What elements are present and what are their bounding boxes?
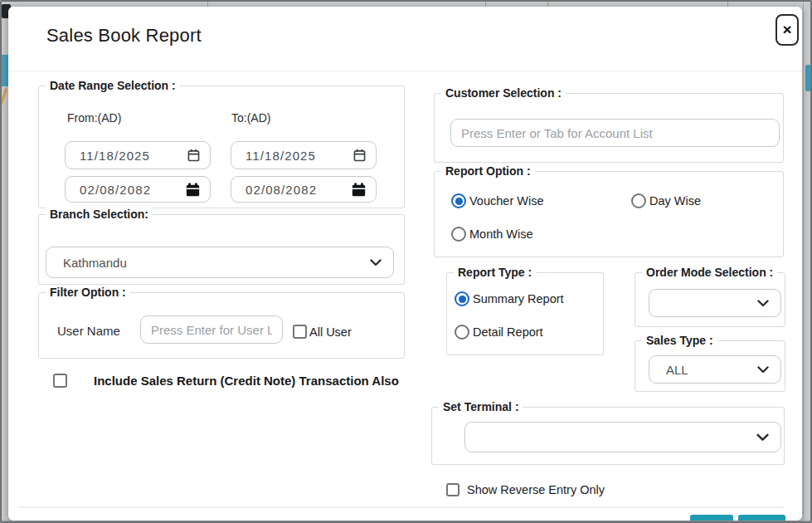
backdrop-table-line (547, 1, 548, 7)
chevron-down-icon (757, 366, 769, 374)
radio-detail-report-label: Detail Report (473, 325, 543, 339)
radio-icon (455, 291, 469, 306)
customer-selection-fieldset: Customer Selection : (434, 93, 784, 163)
radio-icon (631, 193, 646, 208)
screen: Sales Book Report × Date Range Selection… (0, 0, 812, 523)
from-date-bs-value: 02/08/2082 (80, 183, 151, 197)
chevron-down-icon (756, 433, 769, 442)
calendar-solid-icon[interactable] (352, 183, 366, 197)
radio-voucher-wise[interactable]: Voucher Wise (451, 193, 543, 208)
user-name-input[interactable] (140, 315, 283, 344)
to-date-ad-value: 11/18/2025 (246, 149, 316, 163)
footer-button-1[interactable] (690, 515, 733, 521)
include-sales-return-row[interactable]: Include Sales Return (Credit Note) Trans… (53, 374, 399, 388)
date-range-fieldset: Date Range Selection : From:(AD) To:(AD)… (38, 86, 405, 208)
calendar-solid-icon[interactable] (186, 183, 200, 197)
radio-summary-report-label: Summary Report (473, 292, 564, 305)
page-scrollbar-thumb[interactable] (805, 65, 811, 91)
chevron-down-icon (370, 259, 382, 266)
from-date-ad-input[interactable]: 11/18/2025 (65, 141, 211, 169)
modal-title: Sales Book Report (46, 25, 202, 46)
sales-book-report-modal: Sales Book Report × Date Range Selection… (8, 7, 802, 521)
radio-day-wise-label: Day Wise (649, 194, 701, 208)
filter-option-legend: Filter Option : (46, 286, 130, 300)
customer-selection-legend: Customer Selection : (441, 86, 566, 100)
calendar-outline-icon[interactable] (353, 149, 366, 162)
set-terminal-select[interactable] (464, 422, 781, 452)
radio-detail-report[interactable]: Detail Report (455, 325, 543, 340)
radio-icon (451, 193, 466, 208)
all-user-label: All User (309, 325, 352, 339)
backdrop-table-line (485, 1, 486, 7)
close-button[interactable]: × (776, 14, 799, 46)
customer-selection-input[interactable] (450, 119, 780, 147)
radio-icon (455, 325, 469, 340)
user-name-label: User Name (57, 324, 120, 338)
order-mode-fieldset: Order Mode Selection : (635, 272, 785, 327)
footer-button-2[interactable] (738, 515, 785, 521)
backdrop-orange-fragment (0, 88, 7, 105)
report-option-fieldset: Report Option : Voucher Wise Day Wise Mo… (434, 171, 784, 257)
radio-icon (451, 227, 466, 242)
radio-voucher-wise-label: Voucher Wise (469, 194, 543, 208)
header-divider (8, 71, 802, 71)
include-sales-return-label: Include Sales Return (Credit Note) Trans… (94, 374, 399, 388)
order-mode-select[interactable] (649, 289, 781, 317)
from-date-bs-input[interactable]: 02/08/2082 (65, 176, 211, 203)
calendar-outline-icon[interactable] (187, 149, 200, 162)
from-ad-label: From:(AD) (67, 111, 121, 125)
sales-type-select[interactable]: ALL (649, 355, 781, 384)
radio-month-wise[interactable]: Month Wise (451, 227, 533, 242)
radio-day-wise[interactable]: Day Wise (631, 193, 701, 208)
include-sales-return-checkbox[interactable] (53, 374, 67, 388)
backdrop-edge-line (803, 0, 804, 523)
sales-type-legend: Sales Type : (642, 334, 717, 348)
to-date-bs-value: 02/08/2082 (246, 183, 317, 197)
branch-select[interactable]: Kathmandu (46, 247, 394, 278)
date-range-legend: Date Range Selection : (46, 79, 180, 93)
to-date-bs-input[interactable]: 02/08/2082 (231, 176, 377, 203)
radio-summary-report[interactable]: Summary Report (455, 291, 564, 306)
backdrop-table-line (727, 1, 728, 7)
set-terminal-legend: Set Terminal : (439, 400, 523, 414)
branch-legend: Branch Selection: (46, 208, 153, 222)
set-terminal-fieldset: Set Terminal : (431, 407, 785, 465)
backdrop-table-line (207, 1, 208, 7)
report-type-fieldset: Report Type : Summary Report Detail Repo… (446, 272, 604, 355)
show-reverse-entry-checkbox[interactable] (446, 483, 459, 496)
show-reverse-entry-row[interactable]: Show Reverse Entry Only (446, 483, 605, 496)
order-mode-legend: Order Mode Selection : (642, 266, 777, 280)
show-reverse-entry-label: Show Reverse Entry Only (467, 483, 605, 496)
to-ad-label: To:(AD) (231, 111, 270, 125)
chevron-down-icon (757, 300, 769, 307)
from-date-ad-value: 11/18/2025 (80, 149, 150, 163)
branch-select-value: Kathmandu (63, 256, 127, 270)
footer-divider (18, 506, 784, 508)
radio-month-wise-label: Month Wise (469, 227, 533, 241)
all-user-check-row[interactable]: All User (293, 325, 352, 339)
backdrop-blue-fragment (0, 55, 8, 86)
to-date-ad-input[interactable]: 11/18/2025 (231, 141, 377, 169)
all-user-checkbox[interactable] (293, 325, 307, 339)
branch-fieldset: Branch Selection: Kathmandu (38, 214, 405, 285)
sales-type-fieldset: Sales Type : ALL (635, 340, 785, 392)
sales-type-select-value: ALL (666, 363, 688, 377)
filter-option-fieldset: Filter Option : User Name All User (38, 292, 405, 359)
report-option-legend: Report Option : (441, 164, 535, 178)
report-type-legend: Report Type : (454, 266, 536, 280)
close-icon: × (782, 21, 791, 39)
